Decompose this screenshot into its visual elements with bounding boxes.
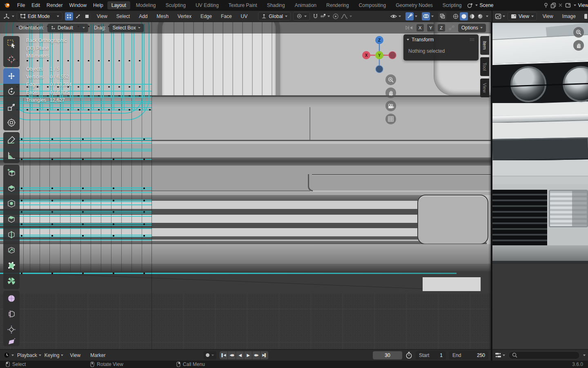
viewport-menu-face[interactable]: Face bbox=[218, 13, 235, 19]
tool-inset-faces[interactable] bbox=[3, 196, 20, 211]
panel-drag-dots-icon[interactable] bbox=[470, 38, 475, 41]
image-menu-image[interactable]: Image bbox=[559, 13, 579, 19]
workspace-tab-shading[interactable]: Shading bbox=[263, 1, 289, 9]
image-editor-type-button[interactable] bbox=[495, 13, 505, 19]
workspace-tab-sculpting[interactable]: Sculpting bbox=[162, 1, 190, 9]
shading-wireframe-button[interactable] bbox=[452, 12, 460, 20]
current-frame-field[interactable]: 30 bbox=[373, 351, 402, 359]
tool-extrude-region[interactable] bbox=[3, 180, 20, 196]
image-pin-icon[interactable] bbox=[584, 13, 587, 19]
tool-knife[interactable] bbox=[3, 242, 20, 258]
tool-shear[interactable] bbox=[3, 337, 20, 346]
image-zoom-in-button[interactable] bbox=[573, 27, 584, 38]
image-menu-view[interactable]: View bbox=[539, 13, 557, 19]
workspace-tab-compositing[interactable]: Compositing bbox=[354, 1, 390, 9]
timeline-marker-menu[interactable]: Marker bbox=[87, 352, 109, 358]
unlink-scene-icon[interactable] bbox=[558, 3, 563, 7]
3d-viewport[interactable]: Orientation: Default Drag: Select Box X … bbox=[0, 22, 492, 349]
tool-poly-build[interactable] bbox=[3, 258, 20, 274]
show-gizmo-visibility-icon[interactable] bbox=[390, 13, 397, 19]
tool-edge-slide[interactable] bbox=[3, 306, 20, 322]
image-pan-hand-button[interactable] bbox=[573, 40, 584, 51]
tool-spin[interactable] bbox=[3, 274, 20, 289]
blender-logo-icon[interactable] bbox=[4, 2, 10, 8]
viewport-menu-vertex[interactable]: Vertex bbox=[174, 13, 195, 19]
mirror-y-button[interactable]: Y bbox=[427, 24, 434, 31]
mode-dropdown[interactable]: Edit Mode bbox=[17, 12, 62, 20]
workspace-tab-texture-paint[interactable]: Texture Paint bbox=[225, 1, 261, 9]
image-display-mode-dropdown[interactable]: View bbox=[508, 12, 537, 20]
workspace-tab-modeling[interactable]: Modeling bbox=[132, 1, 160, 9]
pin-icon[interactable] bbox=[543, 2, 548, 8]
sidebar-tab-item[interactable]: Item bbox=[480, 36, 489, 55]
workspace-tab-geometry-nodes[interactable]: Geometry Nodes bbox=[392, 1, 437, 9]
sidebar-tab-tool[interactable]: Tool bbox=[480, 57, 489, 76]
gizmos-toggle-button[interactable] bbox=[405, 12, 414, 20]
workspace-tab-rendering[interactable]: Rendering bbox=[322, 1, 353, 9]
tool-cursor[interactable] bbox=[3, 52, 20, 67]
viewlayer-selector[interactable]: ViewLayer bbox=[565, 2, 588, 8]
workspace-tab-animation[interactable]: Animation bbox=[291, 1, 321, 9]
play-button[interactable]: ▶ bbox=[244, 351, 252, 359]
select-mode-vertex-button[interactable] bbox=[65, 12, 73, 20]
menu-file[interactable]: File bbox=[14, 2, 28, 8]
shading-solid-button[interactable] bbox=[460, 12, 468, 20]
tool-transform[interactable] bbox=[3, 115, 20, 130]
viewport-zoom-button[interactable] bbox=[385, 74, 396, 85]
menu-render[interactable]: Render bbox=[43, 2, 66, 8]
transform-orientation-dropdown[interactable]: Global bbox=[258, 12, 291, 20]
viewport-menu-add[interactable]: Add bbox=[136, 13, 151, 19]
properties-search-input[interactable] bbox=[508, 351, 580, 359]
snap-controls[interactable] bbox=[312, 13, 330, 19]
shading-material-button[interactable] bbox=[468, 12, 476, 20]
stopwatch-icon[interactable] bbox=[405, 352, 412, 359]
workspace-tab-layout[interactable]: Layout bbox=[107, 1, 130, 9]
menu-help[interactable]: Help bbox=[90, 2, 107, 8]
view-navigation-gizmo[interactable]: Z X Y bbox=[359, 33, 400, 77]
frame-end-field[interactable]: End250 bbox=[449, 351, 488, 359]
timeline-playback-menu[interactable]: Playback bbox=[17, 352, 41, 358]
pivot-point-dropdown[interactable] bbox=[293, 12, 310, 20]
tool-annotate[interactable] bbox=[3, 132, 20, 148]
next-keyframe-button[interactable]: ◆▶ bbox=[252, 351, 260, 359]
overlays-toggle-button[interactable] bbox=[422, 12, 430, 20]
menu-window[interactable]: Window bbox=[66, 2, 90, 8]
select-mode-face-button[interactable] bbox=[83, 12, 91, 20]
properties-options-chevron[interactable] bbox=[583, 355, 586, 356]
tool-smooth[interactable] bbox=[3, 291, 20, 306]
tool-shrink-fatten[interactable] bbox=[3, 322, 20, 337]
editor-type-button[interactable] bbox=[3, 13, 14, 20]
proportional-edit-controls[interactable] bbox=[332, 13, 352, 20]
workspace-tab-scripting[interactable]: Scripting bbox=[439, 1, 466, 9]
image-editor[interactable] bbox=[492, 22, 588, 349]
viewport-menu-view[interactable]: View bbox=[94, 13, 111, 19]
scene-selector[interactable]: Scene bbox=[467, 2, 563, 8]
timeline-editor-type-button[interactable] bbox=[3, 352, 14, 359]
sidebar-tab-view[interactable]: View bbox=[480, 79, 489, 97]
tool-scale[interactable] bbox=[3, 99, 20, 115]
jump-to-end-button[interactable]: ▶▌ bbox=[261, 351, 268, 359]
tool-rotate[interactable] bbox=[3, 84, 20, 99]
select-mode-edge-button[interactable] bbox=[74, 12, 82, 20]
play-reverse-button[interactable]: ◀ bbox=[236, 351, 244, 359]
tool-select-box[interactable] bbox=[3, 36, 20, 52]
viewport-menu-uv[interactable]: UV bbox=[238, 13, 251, 19]
viewport-pan-hand-button[interactable] bbox=[385, 88, 396, 98]
tool-measure[interactable] bbox=[3, 148, 20, 163]
viewport-menu-edge[interactable]: Edge bbox=[197, 13, 215, 19]
xray-toggle-button[interactable] bbox=[438, 12, 446, 20]
viewport-menu-mesh[interactable]: Mesh bbox=[154, 13, 172, 19]
jump-to-start-button[interactable]: ▌◀ bbox=[220, 351, 227, 359]
viewport-grid-toggle-button[interactable] bbox=[385, 114, 396, 124]
mirror-x-button[interactable]: X bbox=[416, 24, 424, 31]
workspace-tab-uv-editing[interactable]: UV Editing bbox=[192, 1, 223, 9]
menu-edit[interactable]: Edit bbox=[28, 2, 43, 8]
tool-loop-cut[interactable] bbox=[3, 227, 20, 242]
prev-keyframe-button[interactable]: ◀◆ bbox=[228, 351, 236, 359]
timeline-view-menu[interactable]: View bbox=[67, 352, 84, 358]
panel-collapse-icon[interactable] bbox=[407, 39, 409, 40]
new-scene-icon[interactable] bbox=[550, 2, 556, 8]
tool-bevel[interactable] bbox=[3, 211, 20, 227]
tool-options-dropdown[interactable]: Options bbox=[458, 24, 486, 32]
frame-start-field[interactable]: Start1 bbox=[416, 351, 446, 359]
